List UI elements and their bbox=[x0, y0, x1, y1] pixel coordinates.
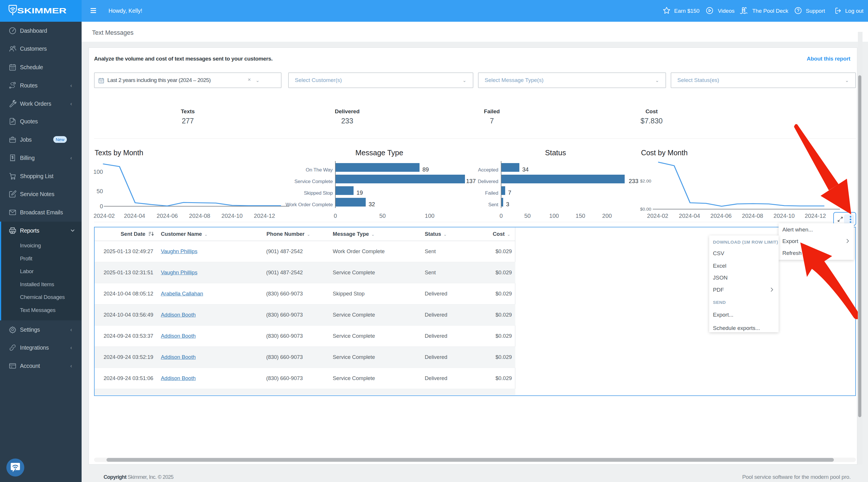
svg-text:2024-02: 2024-02 bbox=[93, 212, 115, 219]
svg-text:2024-12: 2024-12 bbox=[254, 212, 275, 219]
svg-text:SKIMMER: SKIMMER bbox=[17, 7, 66, 15]
svg-text:Failed: Failed bbox=[485, 190, 498, 196]
svg-text:2024-06: 2024-06 bbox=[710, 212, 732, 219]
svg-text:On The Way: On The Way bbox=[306, 167, 333, 173]
svg-text:150: 150 bbox=[576, 212, 585, 219]
svg-text:Service Complete: Service Complete bbox=[294, 178, 333, 184]
svg-text:2024-08: 2024-08 bbox=[189, 212, 210, 219]
svg-text:Accepted: Accepted bbox=[478, 167, 498, 173]
svg-text:Sent: Sent bbox=[488, 202, 498, 207]
svg-text:2024-04: 2024-04 bbox=[679, 212, 700, 219]
svg-text:19: 19 bbox=[356, 190, 363, 196]
svg-text:34: 34 bbox=[522, 166, 529, 173]
svg-text:Delivered: Delivered bbox=[478, 178, 498, 184]
svg-text:50: 50 bbox=[379, 212, 386, 219]
svg-text:2024-04: 2024-04 bbox=[124, 212, 145, 219]
svg-text:50: 50 bbox=[524, 212, 531, 219]
svg-text:31: 31 bbox=[100, 80, 103, 83]
svg-text:137: 137 bbox=[466, 178, 476, 184]
svg-text:3: 3 bbox=[506, 201, 509, 207]
svg-text:89: 89 bbox=[423, 166, 429, 173]
svg-text:Message Type: Message Type bbox=[355, 149, 403, 157]
svg-text:2024-10: 2024-10 bbox=[773, 212, 795, 219]
svg-text:100: 100 bbox=[425, 212, 434, 219]
svg-text:0: 0 bbox=[100, 203, 103, 209]
svg-text:0: 0 bbox=[499, 212, 503, 219]
svg-text:2024-10: 2024-10 bbox=[221, 212, 243, 219]
svg-text:233: 233 bbox=[629, 178, 638, 184]
svg-text:100: 100 bbox=[549, 212, 559, 219]
svg-text:200: 200 bbox=[602, 212, 612, 219]
svg-text:$0.00: $0.00 bbox=[640, 206, 651, 211]
svg-text:Texts by Month: Texts by Month bbox=[95, 149, 143, 157]
svg-text:32: 32 bbox=[369, 201, 375, 207]
svg-text:7: 7 bbox=[508, 190, 511, 196]
svg-text:2024-06: 2024-06 bbox=[157, 212, 178, 219]
svg-text:2024-02: 2024-02 bbox=[647, 212, 668, 219]
svg-text:100: 100 bbox=[93, 169, 103, 175]
svg-text:2024-08: 2024-08 bbox=[742, 212, 763, 219]
svg-text:Skipped Stop: Skipped Stop bbox=[304, 190, 333, 196]
svg-text:Cost by Month: Cost by Month bbox=[641, 149, 687, 157]
svg-text:2024-12: 2024-12 bbox=[805, 212, 826, 219]
svg-text:$2.00: $2.00 bbox=[640, 178, 651, 183]
svg-text:Work Order Complete: Work Order Complete bbox=[286, 202, 333, 207]
svg-text:50: 50 bbox=[97, 188, 103, 194]
svg-text:Status: Status bbox=[545, 149, 566, 157]
svg-text:0: 0 bbox=[334, 212, 337, 219]
